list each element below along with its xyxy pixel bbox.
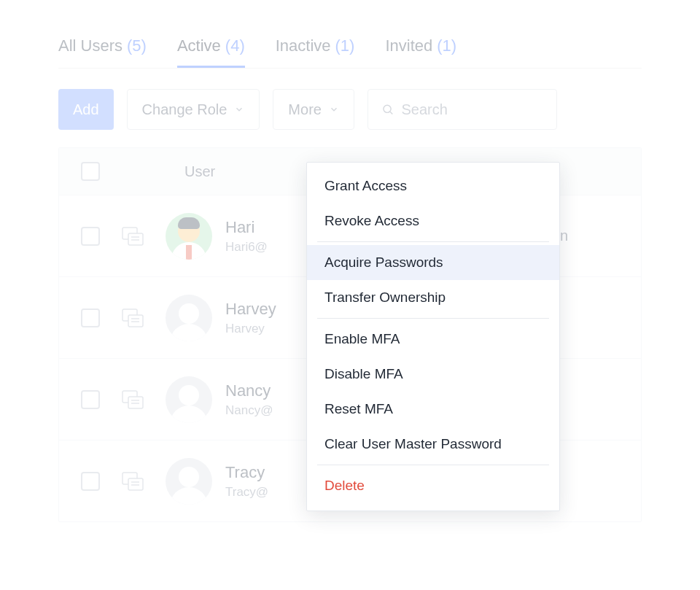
- menu-grant-access[interactable]: Grant Access: [307, 168, 559, 203]
- list-icon: [120, 472, 145, 491]
- chevron-down-icon: [329, 104, 339, 114]
- menu-transfer-ownership[interactable]: Transfer Ownership: [307, 280, 559, 315]
- user-name: Harvey: [225, 300, 276, 319]
- svg-rect-11: [128, 397, 143, 408]
- avatar: [166, 458, 212, 505]
- select-all-checkbox[interactable]: [81, 162, 100, 181]
- add-button-label: Add: [73, 101, 99, 118]
- toolbar: Add Change Role More: [58, 89, 642, 130]
- change-role-button[interactable]: Change Role: [127, 89, 260, 130]
- list-icon: [120, 308, 145, 327]
- svg-rect-15: [128, 478, 143, 490]
- tab-label: Inactive: [276, 36, 331, 55]
- tab-count: (4): [225, 36, 245, 55]
- menu-disable-mfa[interactable]: Disable MFA: [307, 357, 559, 392]
- change-role-label: Change Role: [142, 101, 228, 118]
- menu-reset-mfa[interactable]: Reset MFA: [307, 392, 559, 427]
- list-icon: [120, 227, 145, 246]
- user-name: Hari: [225, 218, 268, 237]
- user-name: Tracy: [225, 463, 268, 482]
- menu-separator: [317, 241, 549, 242]
- user-email: Nancy@: [225, 403, 273, 418]
- tab-count: (1): [335, 36, 355, 55]
- tab-count: (1): [437, 36, 456, 55]
- avatar: [166, 295, 212, 341]
- tab-label: Active: [177, 36, 221, 55]
- list-icon: [120, 390, 145, 409]
- svg-rect-7: [128, 315, 143, 327]
- menu-clear-master-password[interactable]: Clear User Master Password: [307, 427, 559, 462]
- menu-delete[interactable]: Delete: [307, 468, 559, 503]
- row-checkbox[interactable]: [81, 390, 100, 409]
- menu-revoke-access[interactable]: Revoke Access: [307, 203, 559, 238]
- more-label: More: [288, 101, 322, 118]
- menu-separator: [317, 465, 549, 465]
- tab-all-users[interactable]: All Users (5): [58, 36, 147, 68]
- tab-label: All Users: [58, 36, 122, 55]
- row-checkbox[interactable]: [81, 227, 100, 246]
- menu-acquire-passwords[interactable]: Acquire Passwords: [307, 245, 559, 280]
- user-name: Nancy: [225, 381, 273, 400]
- avatar: [166, 213, 212, 260]
- menu-separator: [317, 318, 549, 319]
- add-button[interactable]: Add: [58, 89, 114, 130]
- chevron-down-icon: [234, 104, 244, 114]
- tab-invited[interactable]: Invited (1): [385, 36, 456, 68]
- more-button[interactable]: More: [273, 89, 354, 130]
- avatar: [166, 376, 212, 423]
- row-checkbox[interactable]: [81, 308, 100, 327]
- user-email: Harvey: [225, 322, 276, 336]
- menu-enable-mfa[interactable]: Enable MFA: [307, 322, 559, 357]
- tabs: All Users (5) Active (4) Inactive (1) In…: [58, 36, 642, 69]
- tab-active[interactable]: Active (4): [177, 36, 245, 68]
- svg-rect-3: [128, 233, 143, 245]
- tab-inactive[interactable]: Inactive (1): [276, 36, 355, 68]
- search-input[interactable]: [401, 101, 542, 118]
- user-email: Hari6@: [225, 240, 268, 255]
- search-icon: [381, 102, 394, 117]
- tab-label: Invited: [385, 36, 432, 55]
- search-box[interactable]: [368, 89, 557, 130]
- svg-line-1: [390, 112, 392, 114]
- user-email: Tracy@: [225, 485, 268, 500]
- more-dropdown: Grant Access Revoke Access Acquire Passw…: [306, 162, 560, 511]
- tab-count: (5): [127, 36, 147, 55]
- svg-point-0: [384, 105, 391, 112]
- row-checkbox[interactable]: [81, 472, 100, 491]
